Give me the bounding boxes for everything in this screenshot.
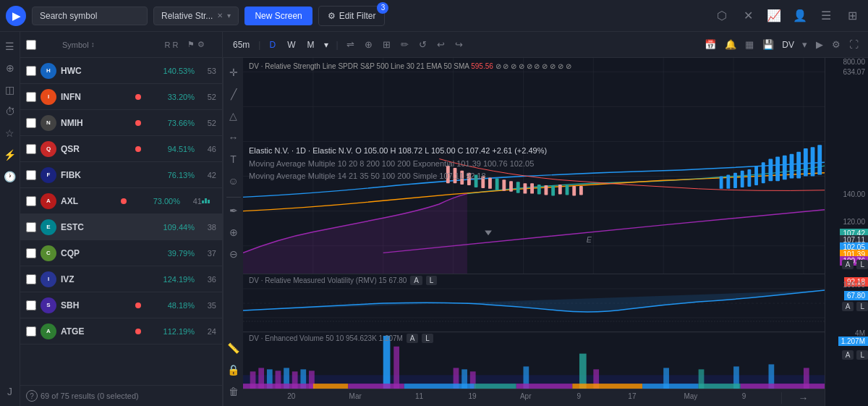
x-button[interactable]: ✕ <box>738 6 758 26</box>
main-al-button-a[interactable]: A <box>842 260 854 269</box>
text-draw-icon[interactable]: T <box>225 151 242 168</box>
row-checkbox-axl[interactable] <box>26 196 36 206</box>
lock-icon[interactable]: 🔒 <box>225 361 242 378</box>
tab-chevron-icon[interactable]: ▾ <box>227 12 231 20</box>
stock-row-atge[interactable]: AATGE112.19%24 <box>20 318 222 344</box>
cursor-tool-button[interactable]: ⊕ <box>361 37 376 52</box>
timeframe-display[interactable]: 65m <box>229 38 254 51</box>
vol-axis-al-a[interactable]: A <box>842 350 854 360</box>
sidebar-search-icon[interactable]: ⊕ <box>1 59 19 77</box>
stock-row-ivz[interactable]: IIVZ124.19%36 <box>20 266 222 292</box>
measure-draw-icon[interactable]: ↔ <box>225 129 242 146</box>
emoji-draw-icon[interactable]: ☺ <box>225 172 242 190</box>
row-checkbox-sbh[interactable] <box>26 300 36 310</box>
chart-main-canvas[interactable]: DV · Relative Strength Line SPDR S&P 500… <box>243 58 825 406</box>
save-button[interactable]: 💾 <box>759 37 778 52</box>
share-button[interactable]: ⬡ <box>712 6 732 26</box>
tf-day-button[interactable]: D <box>265 38 280 51</box>
active-screen-tab[interactable]: Relative Str... ✕ ▾ <box>153 7 239 25</box>
calendar-button[interactable]: 📅 <box>701 37 720 52</box>
replay-button[interactable]: ▶ <box>812 37 827 52</box>
symbol-column-header[interactable]: Symbol ↕ <box>62 41 156 49</box>
rmv-al-button-a[interactable]: A <box>410 276 422 285</box>
row-checkbox-cqp[interactable] <box>26 248 36 258</box>
vol-axis-al-l[interactable]: L <box>856 350 868 360</box>
trash-icon[interactable]: 🗑 <box>225 383 242 400</box>
main-al-button-l[interactable]: L <box>856 260 868 269</box>
sidebar-clock-icon[interactable]: ⏱ <box>1 103 19 120</box>
compare-tool-button[interactable]: ⇌ <box>343 37 358 52</box>
user-button[interactable]: 👤 <box>790 6 810 26</box>
logo-button[interactable]: ▶ <box>6 6 26 26</box>
stock-logo-cqp: C <box>41 245 56 261</box>
row-checkbox-fibk[interactable] <box>26 170 36 180</box>
stock-row-infn[interactable]: IINFN33.20%52 <box>20 84 222 110</box>
x-label-1: 20 <box>287 392 295 400</box>
chart-settings-button[interactable]: ⚙ <box>828 37 844 52</box>
tf-month-button[interactable]: M <box>302 38 318 51</box>
pencil-tool-button[interactable]: ✏ <box>397 37 412 52</box>
select-all-checkbox[interactable] <box>26 40 36 50</box>
tf-week-button[interactable]: W <box>283 38 299 51</box>
sort-icon[interactable]: ↕ <box>91 41 95 48</box>
shapes-draw-icon[interactable]: △ <box>225 107 242 124</box>
grid-view-button[interactable]: ⊞ <box>842 6 862 26</box>
search-symbol-input[interactable]: Search symbol <box>32 7 148 25</box>
stock-row-cqp[interactable]: CCQP39.79%37 <box>20 240 222 266</box>
sidebar-star-icon[interactable]: ☆ <box>1 124 19 142</box>
stock-row-nmih[interactable]: NNMIH73.66%52 <box>20 110 222 136</box>
tab-close-button[interactable]: ✕ <box>217 12 223 20</box>
row-checkbox-nmih[interactable] <box>26 118 36 128</box>
row-checkbox-qsr[interactable] <box>26 144 36 154</box>
dv-dropdown-button[interactable]: ▾ <box>799 37 811 52</box>
line-draw-icon[interactable]: ╱ <box>225 85 242 103</box>
row-checkbox-estc[interactable] <box>26 222 36 232</box>
alert-bell-button[interactable]: 🔔 <box>721 37 740 52</box>
symbol-name-sbh: SBH <box>61 300 135 310</box>
row-checkbox-infn[interactable] <box>26 92 36 102</box>
redo-button[interactable]: ↪ <box>451 37 467 52</box>
row-checkbox-ivz[interactable] <box>26 274 36 284</box>
stock-row-sbh[interactable]: SSBH48.18%35 <box>20 292 222 318</box>
vol-al-button-a[interactable]: A <box>407 334 419 343</box>
tf-more-dropdown[interactable]: ▾ <box>321 38 331 51</box>
stock-row-axl[interactable]: AAXL73.00%41 <box>20 188 222 214</box>
pct-nmih: 73.66% <box>144 119 195 127</box>
stock-row-estc[interactable]: EESTC109.44%38 <box>20 214 222 240</box>
template-button[interactable]: ▦ <box>741 37 757 52</box>
row-checkbox-atge[interactable] <box>26 326 36 337</box>
pct-sbh: 48.18% <box>144 301 195 310</box>
rmv-al-button-l[interactable]: L <box>426 276 438 285</box>
list-view-button[interactable]: ☰ <box>816 6 836 26</box>
stock-row-fibk[interactable]: FFIBK76.13%42 <box>20 162 222 188</box>
rmv-axis-al-a[interactable]: A <box>842 302 854 311</box>
svg-text:E: E <box>587 235 592 244</box>
rmv-axis-al-l[interactable]: L <box>856 302 868 311</box>
sidebar-menu-icon[interactable]: ☰ <box>1 38 19 55</box>
svg-rect-29 <box>545 185 548 195</box>
settings-column-icon[interactable]: ⚙ <box>197 40 205 49</box>
brush-draw-icon[interactable]: ✒ <box>225 202 242 219</box>
chart-button[interactable]: 📈 <box>764 6 784 26</box>
crosshair-tool-button[interactable]: ⊞ <box>379 37 394 52</box>
refresh-button[interactable]: ↺ <box>415 37 430 52</box>
vol-al-button-l[interactable]: L <box>422 334 433 343</box>
stock-row-qsr[interactable]: QQSR94.51%46 <box>20 136 222 162</box>
help-icon[interactable]: ? <box>26 390 38 402</box>
ruler-icon[interactable]: 📏 <box>225 339 242 357</box>
sidebar-layers-icon[interactable]: ◫ <box>1 81 19 98</box>
sidebar-user-icon[interactable]: J <box>1 383 19 400</box>
edit-filter-button[interactable]: ⚙ Edit Filter 3 <box>318 6 386 26</box>
zoom-in-icon[interactable]: ⊕ <box>225 224 242 241</box>
scroll-right-icon[interactable]: → <box>799 392 809 404</box>
new-screen-button[interactable]: New Screen <box>244 7 312 25</box>
row-checkbox-hwc[interactable] <box>26 66 36 76</box>
stock-row-hwc[interactable]: HHWC140.53%53 <box>20 58 222 84</box>
fullscreen-button[interactable]: ⛶ <box>846 37 862 52</box>
zoom-out-icon[interactable]: ⊖ <box>225 245 242 263</box>
crosshair-draw-icon[interactable]: ✛ <box>225 64 242 81</box>
sidebar-alert-icon[interactable]: ⚡ <box>1 146 19 164</box>
undo-button[interactable]: ↩ <box>433 37 448 52</box>
rank-hwc: 53 <box>195 67 216 75</box>
sidebar-history-icon[interactable]: 🕐 <box>1 168 19 185</box>
